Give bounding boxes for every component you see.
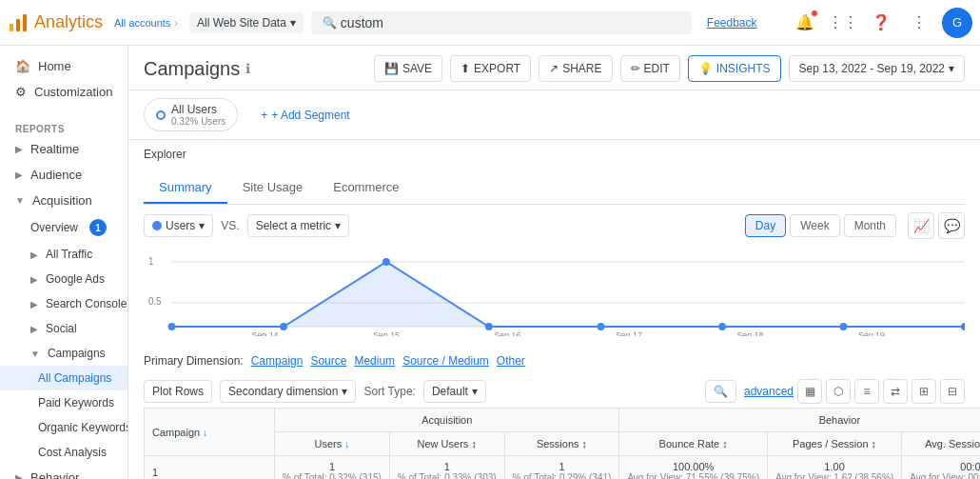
segment-name: All Users	[171, 103, 225, 116]
acquisition-group-header: Acquisition	[275, 409, 619, 432]
share-label: SHARE	[562, 62, 601, 75]
edit-label: EDIT	[644, 62, 670, 75]
chevron-down-icon: ▾	[949, 62, 954, 75]
expand-icon: ▶	[30, 299, 38, 309]
date-selector[interactable]: Sep 13, 2022 - Sep 19, 2022 ▾	[789, 55, 965, 82]
users-col-header: Users ↓	[275, 432, 390, 456]
compare-view-btn[interactable]: ⇄	[883, 379, 908, 404]
day-view-button[interactable]: Day	[745, 214, 786, 237]
pie-view-btn[interactable]: ⬡	[826, 379, 851, 404]
svg-point-14	[718, 323, 726, 330]
sidebar-item-realtime[interactable]: ▶ Realtime	[0, 136, 127, 162]
row-controls: Plot Rows Secondary dimension ▾ Sort Typ…	[128, 375, 980, 408]
svg-text:Sep 19: Sep 19	[858, 330, 885, 336]
metric1-selector[interactable]: Users ▾	[144, 214, 213, 237]
user-avatar[interactable]: G	[942, 8, 972, 38]
totals-new-users-cell: 1 % of Total: 0.33% (303)	[389, 456, 504, 480]
sort-type-value: Default	[432, 385, 468, 398]
sidebar-item-all-traffic[interactable]: ▶ All Traffic	[0, 242, 127, 267]
table-view-btn[interactable]: ▦	[797, 379, 822, 404]
share-button[interactable]: ↗ SHARE	[539, 55, 612, 82]
sidebar-item-google-ads[interactable]: ▶ Google Ads	[0, 267, 127, 291]
sidebar-item-acquisition[interactable]: ▼ Acquisition	[0, 188, 127, 213]
sidebar-item-all-campaigns[interactable]: All Campaigns	[0, 366, 127, 390]
save-button[interactable]: 💾 SAVE	[374, 55, 442, 82]
account-selector[interactable]: All Web Site Data ▾	[189, 12, 304, 33]
svg-rect-2	[23, 14, 27, 31]
advanced-filter-link[interactable]: advanced	[744, 385, 794, 398]
metric2-selector[interactable]: Select a metric ▾	[247, 214, 349, 237]
sidebar-item-label: Social	[46, 322, 77, 335]
share-icon: ↗	[549, 62, 559, 75]
sidebar-item-paid-keywords[interactable]: Paid Keywords	[0, 390, 127, 415]
sidebar-item-search-console[interactable]: ▶ Search Console	[0, 291, 127, 316]
top-bar: Analytics All accounts › All Web Site Da…	[0, 0, 980, 46]
dim-medium[interactable]: Medium	[354, 354, 395, 368]
sort-icon: ↕	[872, 438, 877, 449]
lifecycle-view-btn[interactable]: ⊟	[940, 379, 965, 404]
svg-point-11	[382, 258, 390, 266]
sort-type-label: Sort Type:	[363, 385, 415, 398]
sidebar-item-label: Realtime	[30, 142, 79, 156]
dim-source[interactable]: Source	[310, 354, 346, 368]
all-users-segment[interactable]: All Users 0.32% Users	[144, 98, 238, 131]
tab-site-usage[interactable]: Site Usage	[227, 172, 319, 204]
plot-rows-button[interactable]: Plot Rows	[144, 380, 212, 403]
annotation-button[interactable]: 💬	[938, 212, 965, 239]
sidebar-item-label: Customization	[34, 85, 112, 99]
sidebar-item-social[interactable]: ▶ Social	[0, 316, 127, 341]
new-users-col-header: New Users ↕	[389, 432, 504, 456]
totals-sessions-cell: 1 % of Total: 0.29% (341)	[504, 456, 619, 480]
grid-menu-button[interactable]: ⋮⋮	[828, 8, 858, 38]
dim-other[interactable]: Other	[497, 354, 525, 368]
svg-point-12	[485, 323, 493, 330]
svg-point-13	[598, 323, 605, 330]
search-icon: 🔍	[714, 385, 728, 398]
add-segment-button[interactable]: + + Add Segment	[253, 105, 357, 126]
svg-text:Sep 16: Sep 16	[494, 330, 520, 336]
export-button[interactable]: ⬆ EXPORT	[450, 55, 531, 82]
search-icon: 🔍	[323, 16, 337, 30]
month-view-button[interactable]: Month	[844, 214, 896, 237]
week-view-button[interactable]: Week	[790, 214, 839, 237]
line-chart-button[interactable]: 📈	[908, 212, 934, 239]
expand-icon: ▼	[30, 349, 40, 359]
table-search-box[interactable]: 🔍	[705, 380, 736, 403]
search-bar[interactable]: 🔍	[311, 11, 692, 34]
notification-button[interactable]: 🔔	[790, 8, 820, 38]
more-options-button[interactable]: ⋮	[904, 8, 934, 38]
sidebar-item-behavior[interactable]: ▶ Behavior	[0, 465, 127, 479]
svg-text:Sep 15: Sep 15	[373, 330, 400, 336]
search-input[interactable]	[341, 15, 680, 30]
info-icon[interactable]: ℹ	[245, 61, 250, 76]
secondary-dimension-selector[interactable]: Secondary dimension ▾	[220, 380, 356, 403]
totals-pages-cell: 1.00 Avg for View: 1.62 (38.56%)	[767, 456, 901, 480]
edit-button[interactable]: ✏ EDIT	[620, 55, 680, 82]
tab-ecommerce[interactable]: Ecommerce	[318, 172, 414, 204]
campaigns-table: Campaign ↓ Acquisition Behavior Conversi…	[144, 408, 980, 479]
sidebar-item-cost-analysis[interactable]: Cost Analysis	[0, 440, 127, 465]
tab-summary[interactable]: Summary	[144, 172, 227, 204]
sidebar-item-customization[interactable]: ⚙ Customization	[0, 79, 127, 105]
chart-controls: Users ▾ VS. Select a metric ▾ Day Week M…	[128, 205, 980, 247]
insights-button[interactable]: 💡 INSIGHTS	[688, 55, 781, 82]
pivot-view-btn[interactable]: ⊞	[911, 379, 936, 404]
performance-view-btn[interactable]: ≡	[854, 379, 879, 404]
expand-icon: ▶	[30, 324, 38, 334]
dim-source-medium[interactable]: Source / Medium	[402, 354, 489, 368]
sidebar-item-overview[interactable]: Overview 1	[0, 213, 127, 242]
sidebar-item-organic-keywords[interactable]: Organic Keywords	[0, 415, 127, 440]
analytics-logo-icon	[8, 12, 29, 33]
sidebar-item-campaigns[interactable]: ▼ Campaigns	[0, 341, 127, 366]
content-header: Campaigns ℹ 💾 SAVE ⬆ EXPORT ↗ SHARE	[128, 46, 980, 90]
table-group-header-row: Campaign ↓ Acquisition Behavior Conversi…	[145, 409, 981, 432]
feedback-link[interactable]: Feedback	[707, 16, 757, 30]
dim-campaign[interactable]: Campaign	[251, 354, 304, 368]
expand-icon: ▶	[30, 249, 38, 260]
breadcrumb-all-accounts[interactable]: All accounts	[114, 17, 170, 29]
sidebar-item-audience[interactable]: ▶ Audience	[0, 162, 127, 188]
help-button[interactable]: ❓	[866, 8, 896, 38]
account-name: All Web Site Data	[197, 16, 286, 30]
sidebar-item-home[interactable]: 🏠 Home	[0, 53, 127, 79]
sort-type-selector[interactable]: Default ▾	[423, 380, 486, 403]
